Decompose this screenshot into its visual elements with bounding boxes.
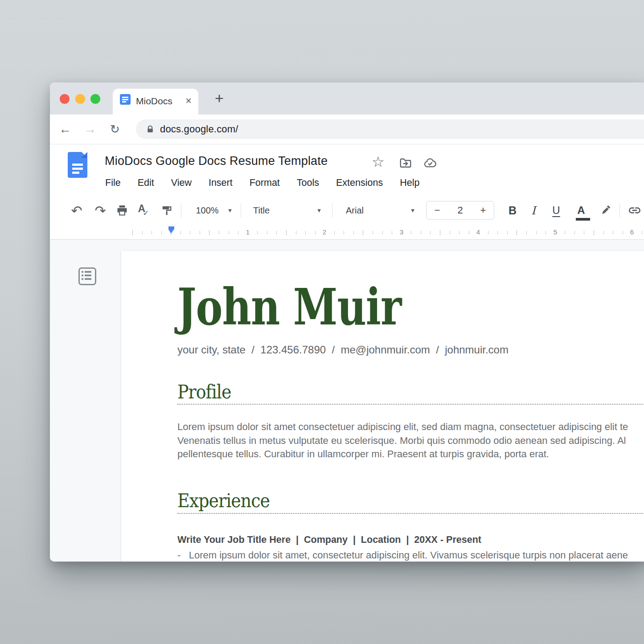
toolbar-divider [619,203,620,217]
docs-favicon-icon [120,94,131,105]
ruler-number: 4 [473,228,484,236]
toolbar-divider [181,203,181,217]
menu-format[interactable]: Format [250,177,280,189]
zoom-select-value[interactable]: 100% [194,195,221,226]
browser-window: MioDocs × + ← → ↻ docs.google.com/ MioDo… [50,82,644,562]
menu-help[interactable]: Help [400,177,419,189]
forward-icon[interactable]: → [82,115,98,144]
print-icon[interactable] [115,195,130,226]
toolbar-divider [332,203,332,217]
font-family-value[interactable]: Arial [346,195,373,226]
insert-link-icon[interactable] [626,195,644,226]
url-text[interactable]: docs.google.com/ [160,119,238,139]
desktop-background: MioDocs × + ← → ↻ docs.google.com/ MioDo… [0,0,644,644]
ruler-half-ticks [132,230,644,235]
outline-row [82,278,93,280]
profile-text-line: pellentesque tellus. Curabitur in ullamc… [177,447,549,461]
spellcheck-check: ✓ [143,209,149,218]
tab-strip: MioDocs × + [50,82,644,115]
profile-text-line: Lorem ipsum dolor sit amet consectetuer … [177,420,628,434]
experience-heading: Experience [177,491,270,510]
new-tab-button[interactable]: + [210,87,228,110]
job-title-line: Write Your Job Title Here | Company | Lo… [177,534,481,546]
traffic-minimize-button[interactable] [75,94,85,104]
traffic-close-button[interactable] [60,94,70,104]
profile-text-line: Venenatis tellus in metus vulputate eu s… [177,434,626,448]
menu-insert[interactable]: Insert [209,177,233,189]
underline-button[interactable]: U [548,195,564,226]
favicon-line [122,97,128,98]
browser-navbar: ← → ↻ docs.google.com/ [50,115,644,144]
favicon-line [122,99,128,100]
document-page[interactable]: John Muir your city, state / 123.456.789… [121,251,644,562]
text-color-button[interactable]: A [573,195,589,226]
bold-button[interactable]: B [505,195,521,226]
ruler-number: 5 [550,228,561,236]
resume-contact-line: your city, state / 123.456.7890 / me@joh… [177,344,509,356]
document-canvas: John Muir your city, state / 123.456.789… [50,240,644,562]
indent-marker-top[interactable] [168,226,174,230]
browser-tab[interactable]: MioDocs × [113,89,198,115]
docs-icon-lines [72,164,83,174]
paint-format-icon[interactable] [160,195,175,226]
back-icon[interactable]: ← [57,115,73,144]
ruler-number: 3 [396,228,407,236]
favicon-line [122,101,126,103]
undo-icon[interactable]: ↶ [69,195,85,226]
docs-header: MioDocs Google Docs Resume Template ☆ Fi… [50,144,644,195]
menu-bar: File Edit View Insert Format Tools Exten… [105,177,419,189]
job-bullet-line: - Lorem ipsum dolor sit amet, consectetu… [177,550,628,561]
section-divider [177,513,644,514]
text-color-bar [576,218,590,221]
docs-toolbar: ↶ ↷ A ✓ 100% ▾ [50,195,644,226]
outline-row [82,271,93,273]
zoom-caret-icon[interactable]: ▾ [226,195,234,226]
font-size-value[interactable]: 2 [448,201,472,219]
font-size-decrease-button[interactable]: − [427,201,448,219]
style-caret-icon[interactable]: ▾ [316,195,323,226]
menu-view[interactable]: View [171,177,192,189]
document-outline-icon[interactable] [78,267,96,285]
indent-marker-icon[interactable] [168,230,174,234]
menu-file[interactable]: File [105,177,121,189]
menu-edit[interactable]: Edit [138,177,154,189]
ruler-number: 6 [627,228,637,236]
ruler-number: 2 [319,228,330,236]
reload-icon[interactable]: ↻ [107,115,123,144]
lock-icon[interactable] [146,125,155,134]
toolbar-divider [241,203,241,217]
paragraph-style-value[interactable]: Title [253,195,280,226]
font-size-control: − 2 + [426,201,494,220]
menu-extensions[interactable]: Extensions [336,177,383,189]
traffic-zoom-button[interactable] [90,94,100,104]
font-caret-icon[interactable]: ▾ [409,195,416,226]
resume-name: John Muir [177,279,401,335]
text-color-letter: A [577,204,585,217]
underline-letter: U [552,204,560,217]
highlight-color-button[interactable] [597,195,613,226]
profile-heading: Profile [177,382,231,402]
google-docs-icon[interactable] [68,152,87,178]
document-title[interactable]: MioDocs Google Docs Resume Template [105,154,328,168]
ruler-number: 1 [242,228,253,236]
italic-button[interactable]: I [525,195,541,226]
outline-row [82,275,93,276]
spellcheck-icon[interactable]: A ✓ [137,195,152,226]
address-bar[interactable]: docs.google.com/ [136,119,644,139]
ruler: 1 2 3 4 5 6 [50,226,644,240]
menu-tools[interactable]: Tools [297,177,319,189]
tab-close-icon[interactable]: × [183,89,194,115]
section-divider [177,404,644,405]
redo-icon[interactable]: ↷ [92,195,108,226]
star-icon[interactable]: ☆ [372,153,385,170]
tab-title: MioDocs [136,89,172,115]
move-to-folder-icon[interactable] [398,156,413,170]
cloud-saved-icon[interactable] [422,156,438,170]
font-size-increase-button[interactable]: + [472,201,494,219]
